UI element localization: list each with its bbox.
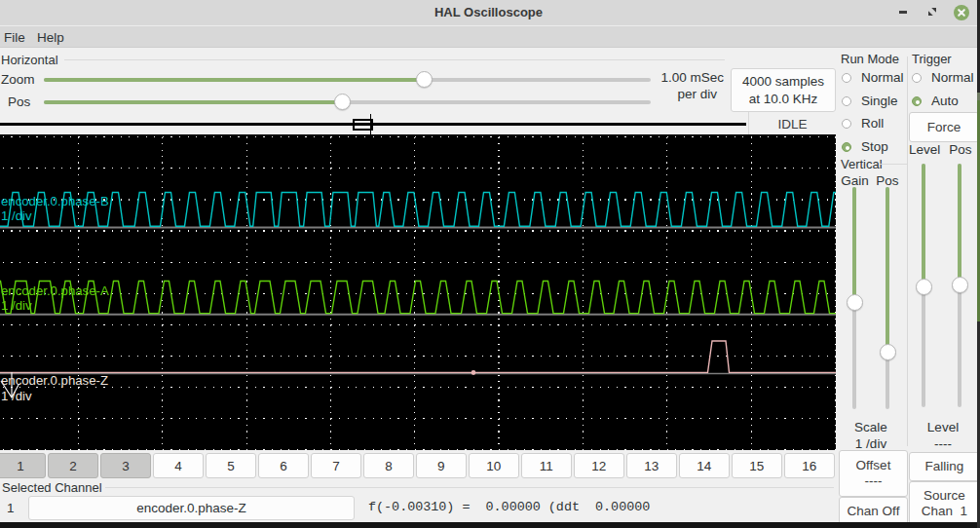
svg-text:1 /div: 1 /div	[1, 389, 32, 403]
svg-text:encoder.0.phase-A: encoder.0.phase-A	[1, 283, 109, 298]
svg-text:encoder.0.phase-Z: encoder.0.phase-Z	[1, 373, 108, 388]
svg-text:encoder.0.phase-B: encoder.0.phase-B	[1, 194, 109, 208]
svg-text:1 /div: 1 /div	[1, 208, 32, 223]
svg-text:1 /div: 1 /div	[1, 298, 32, 313]
